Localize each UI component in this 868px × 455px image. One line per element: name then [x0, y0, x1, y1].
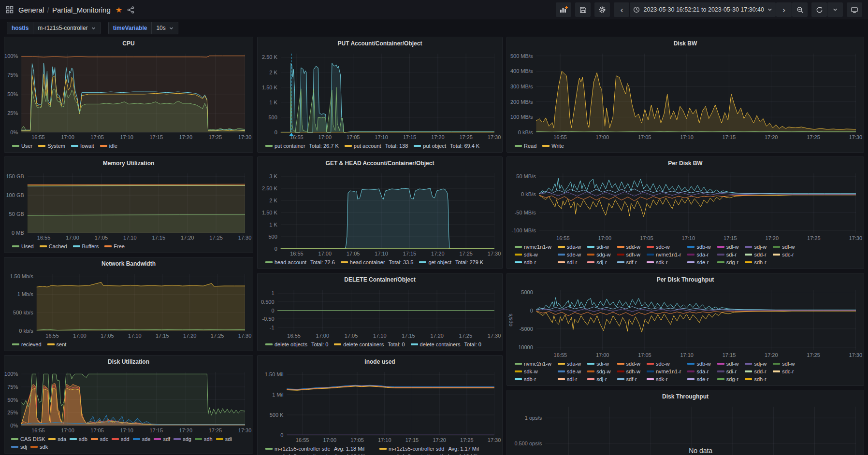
legend-item[interactable]: sda-w: [558, 243, 581, 251]
panel-title[interactable]: Network Bandwidth: [101, 260, 156, 267]
panel-title[interactable]: Disk Utilization: [108, 358, 149, 365]
plot-network-bandwidth[interactable]: 0 kb/s500 kb/s1 Mb/s1.50 Mb/s16:5517:001…: [4, 270, 253, 340]
refresh-interval-dropdown[interactable]: [827, 2, 843, 17]
legend-item[interactable]: sda-r: [687, 368, 710, 375]
plot-cpu[interactable]: 0%25%50%75%100%16:5517:0017:0517:1017:15…: [4, 50, 253, 142]
plot-disk-throughput[interactable]: 1 ops/s0.500 ops/s0 ops/s-0.50 ops/sNo d…: [507, 403, 864, 455]
legend-item[interactable]: m-r1z1s5-controller sdeAvg: 1.18 Mil: [265, 453, 365, 455]
legend-item[interactable]: sda-w: [558, 360, 581, 368]
legend-item[interactable]: delete containersTotal: 0: [411, 341, 481, 348]
legend-item[interactable]: sdf: [154, 435, 170, 443]
legend-item[interactable]: get objectTotal: 279 K: [419, 258, 483, 266]
variable-value-dropdown[interactable]: m-r1z1s5-controller: [33, 22, 100, 34]
legend-item[interactable]: sdd-r: [745, 368, 767, 375]
plot-memory-utilization[interactable]: 0 MB50 GB100 GB150 GB16:5517:0017:0517:1…: [4, 170, 253, 242]
legend-item[interactable]: sde-w: [558, 251, 581, 258]
legend-item[interactable]: sdb: [70, 435, 87, 443]
panel-title[interactable]: Per Disk BW: [668, 160, 702, 167]
legend-item[interactable]: sdh-r: [745, 375, 767, 383]
legend-item[interactable]: sdc-r: [773, 251, 795, 258]
legend-item[interactable]: put objectTotal: 69.4 K: [414, 142, 479, 150]
dashboards-grid-icon[interactable]: [6, 6, 14, 14]
legend-item[interactable]: sdg-w: [587, 251, 610, 258]
plot-per-disk-throughput[interactable]: -10000-50000500016:5517:0017:0517:1017:1…: [507, 286, 864, 359]
legend-item[interactable]: sde: [133, 435, 151, 443]
legend-item[interactable]: Write: [542, 142, 564, 150]
legend-item[interactable]: sdb-r: [515, 258, 551, 266]
legend-item[interactable]: Free: [104, 242, 125, 250]
legend-item[interactable]: sdl-r: [558, 258, 581, 266]
legend-item[interactable]: recieved: [12, 341, 42, 348]
variable-label[interactable]: hostIs: [7, 22, 33, 34]
legend-item[interactable]: sdg-r: [717, 375, 739, 383]
variable-label[interactable]: timeVariable: [108, 22, 152, 34]
time-range-button[interactable]: 2023-05-30 16:52:21 to 2023-05-30 17:30:…: [630, 2, 776, 17]
legend-item[interactable]: sdd-w: [617, 243, 640, 251]
legend-item[interactable]: m-r1z1s5-controller sddAvg: 1.17 Mil: [379, 445, 479, 453]
legend-item[interactable]: sdg-w: [587, 368, 610, 375]
legend-item[interactable]: sdd: [112, 435, 130, 443]
refresh-button[interactable]: [811, 2, 827, 17]
legend-item[interactable]: m-r1z1s5-controller sdcAvg: 1.18 Mil: [265, 445, 365, 453]
panel-title[interactable]: Disk BW: [674, 40, 697, 47]
legend-item[interactable]: nvme1n1-r: [647, 368, 681, 375]
breadcrumb-section[interactable]: General: [18, 6, 44, 14]
legend-item[interactable]: head accountTotal: 72.6: [265, 258, 335, 266]
legend-item[interactable]: sdj-r: [587, 258, 610, 266]
legend-item[interactable]: sdd-r: [745, 251, 767, 258]
legend-item[interactable]: nvme1n1-w: [515, 243, 551, 251]
legend-item[interactable]: sdk-w: [515, 251, 551, 258]
legend-item[interactable]: Read: [515, 142, 536, 150]
save-dashboard-button[interactable]: [575, 2, 591, 17]
legend-item[interactable]: sdi-w: [587, 360, 610, 368]
legend-item[interactable]: sdg-r: [717, 258, 739, 266]
legend-item[interactable]: sdf-r: [617, 375, 640, 383]
legend-item[interactable]: sda: [48, 435, 66, 443]
legend-item[interactable]: sdc-w: [647, 360, 681, 368]
panel-title[interactable]: DELETE Container/Object: [344, 276, 415, 283]
plot-disk-bw[interactable]: 0 kB/s100 MB/s200 MB/s300 MB/s400 MB/s50…: [507, 50, 864, 142]
legend-item[interactable]: nvme1n1-r: [647, 251, 681, 258]
panel-title[interactable]: PUT Account/Container/Object: [338, 40, 422, 47]
legend-item[interactable]: sdj-w: [745, 243, 767, 251]
plot-disk-utilization[interactable]: 0%25%50%75%100%16:5517:0017:0517:1017:15…: [4, 368, 253, 435]
legend-item[interactable]: sdf-w: [773, 243, 795, 251]
panel-title[interactable]: Per Disk Throughput: [657, 276, 714, 283]
legend-item[interactable]: User: [12, 142, 32, 150]
legend-item[interactable]: sdk-r: [647, 258, 681, 266]
legend-item[interactable]: sde-r: [687, 258, 710, 266]
legend-item[interactable]: delete objectsTotal: 0: [265, 341, 328, 348]
legend-item[interactable]: sde-w: [558, 368, 581, 375]
legend-item[interactable]: sdl-w: [717, 243, 739, 251]
tv-mode-button[interactable]: [847, 2, 862, 17]
legend-item[interactable]: sdk: [30, 443, 48, 451]
legend-item[interactable]: sdi-r: [717, 368, 739, 375]
legend-item[interactable]: sdb-r: [515, 375, 551, 383]
star-icon[interactable]: ★: [116, 5, 122, 14]
legend-item[interactable]: nvme2n1-w: [515, 360, 551, 368]
legend-item[interactable]: sdf-r: [617, 258, 640, 266]
legend-item[interactable]: sdi: [216, 435, 232, 443]
plot-get-head[interactable]: 05001 K1.50 K2 K2.50 K3 K16:5517:0017:05…: [258, 170, 502, 258]
legend-item[interactable]: sdi-w: [587, 243, 610, 251]
legend-item[interactable]: sdh: [195, 435, 213, 443]
dashboard-settings-button[interactable]: [594, 2, 610, 17]
panel-title[interactable]: GET & HEAD Account/Container/Object: [326, 160, 434, 167]
legend-item[interactable]: idle: [100, 142, 117, 150]
panel-title[interactable]: Disk Throughput: [662, 393, 709, 400]
panel-title[interactable]: Memory Utilization: [103, 160, 155, 167]
legend-item[interactable]: m-r1z1s5-controller sdfAvg: 1.18 Mil: [379, 453, 479, 455]
legend-item[interactable]: sdj-r: [587, 375, 610, 383]
add-panel-button[interactable]: [556, 2, 571, 17]
legend-item[interactable]: sdg: [174, 435, 191, 443]
legend-item[interactable]: head containerTotal: 33.5: [341, 258, 414, 266]
legend-item[interactable]: sdd-w: [617, 360, 640, 368]
legend-item[interactable]: Used: [12, 242, 34, 250]
legend-item[interactable]: sdk-w: [515, 368, 551, 375]
legend-item[interactable]: Iowait: [71, 142, 94, 150]
legend-item[interactable]: sdh-w: [617, 368, 640, 375]
legend-item[interactable]: sdc: [91, 435, 108, 443]
panel-title[interactable]: CPU: [122, 40, 134, 47]
legend-item[interactable]: delete containersTotal: 0: [334, 341, 405, 348]
legend-item[interactable]: sdh-r: [745, 258, 767, 266]
